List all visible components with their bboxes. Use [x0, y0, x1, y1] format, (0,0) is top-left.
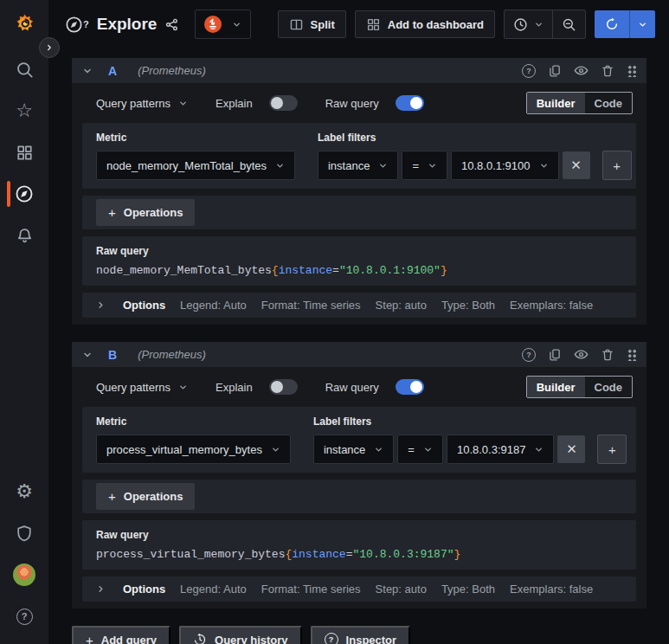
sidebar-item-help[interactable] [0, 596, 48, 637]
chevron-down-icon [271, 445, 280, 454]
inspector-button[interactable]: Inspector [311, 626, 411, 644]
query-history-button[interactable]: Query history [179, 626, 302, 644]
metric-field: Metric process_virtual_memory_bytes [96, 415, 291, 464]
raw-query-card: Raw query process_virtual_memory_bytes{i… [82, 520, 636, 570]
filter-operator-value: = [408, 443, 415, 456]
filter-operator-select[interactable]: = [402, 151, 447, 180]
explain-toggle[interactable] [269, 95, 298, 111]
raw-query-code: process_virtual_memory_bytes{instance="1… [96, 548, 622, 561]
explain-toggle[interactable] [269, 379, 298, 395]
editor-mode-switch: Builder Code [526, 92, 633, 114]
filter-key-value: instance [328, 159, 370, 172]
metric-select[interactable]: process_virtual_memory_bytes [96, 435, 291, 464]
split-label: Split [311, 18, 335, 31]
options-type: Type: Both [441, 583, 495, 596]
filter-operator-value: = [412, 159, 419, 172]
plus-icon: + [86, 633, 93, 644]
remove-filter-button[interactable]: ✕ [557, 435, 585, 463]
sidebar-item-profile[interactable] [0, 554, 48, 596]
query-help-icon[interactable] [522, 348, 536, 362]
filter-value-text: 10.8.0.3:9187 [457, 443, 526, 456]
collapse-chevron-icon[interactable] [82, 350, 93, 360]
code-value: "10.8.0.3:9187" [352, 548, 454, 561]
sync-icon [605, 17, 619, 31]
remove-query-trash-icon[interactable] [601, 348, 614, 362]
raw-query-code: node_memory_MemTotal_bytes{instance="10.… [96, 264, 622, 277]
filter-value-select[interactable]: 10.8.0.1:9100 [451, 151, 559, 180]
filter-value-select[interactable]: 10.8.0.3:9187 [447, 435, 555, 464]
builder-mode-tab[interactable]: Builder [527, 377, 585, 397]
chevron-down-icon [178, 99, 188, 108]
metric-labels-card: Metric process_virtual_memory_bytes Labe… [82, 407, 636, 473]
dashboards-grid-icon [16, 144, 34, 162]
sidebar-item-server-admin[interactable] [0, 512, 48, 554]
sidebar-item-dashboards[interactable] [0, 132, 48, 173]
options-title: Options [123, 299, 165, 312]
chevron-right-icon [96, 584, 106, 594]
add-operations-button[interactable]: + Operations [96, 199, 195, 226]
filter-key-select[interactable]: instance [318, 151, 398, 180]
add-operations-button[interactable]: + Operations [96, 483, 195, 510]
time-range-button[interactable] [505, 10, 552, 38]
query-row-B: B (Prometheus) Query patterns [72, 342, 646, 609]
chevron-down-icon [423, 445, 433, 454]
split-button[interactable]: Split [278, 10, 346, 38]
collapse-chevron-icon[interactable] [82, 66, 93, 76]
drag-handle-icon[interactable] [627, 64, 636, 77]
raw-query-toggle[interactable] [396, 95, 424, 111]
add-to-dashboard-button[interactable]: Add to dashboard [355, 10, 495, 38]
disable-query-eye-icon[interactable] [574, 347, 589, 362]
code-mode-tab[interactable]: Code [585, 377, 633, 397]
grafana-explore-app: ☆ ⚙ Expl [0, 0, 669, 644]
filter-operator-select[interactable]: = [397, 435, 443, 464]
query-row-header[interactable]: A (Prometheus) [72, 58, 646, 83]
query-patterns-label: Query patterns [96, 97, 170, 110]
query-row-header[interactable]: B (Prometheus) [72, 342, 646, 367]
query-help-icon[interactable] [522, 64, 536, 78]
code-label-name: instance [292, 548, 345, 561]
raw-query-toggle[interactable] [396, 379, 424, 395]
query-history-label: Query history [215, 634, 288, 644]
options-step: Step: auto [376, 299, 427, 312]
duplicate-query-icon[interactable] [548, 64, 562, 78]
grafana-logo-icon[interactable] [13, 13, 36, 40]
options-legend: Legend: Auto [180, 583, 247, 596]
datasource-picker[interactable] [195, 10, 251, 39]
topbar: Explore Split Add to dashboard [48, 0, 669, 48]
zoom-out-button[interactable] [552, 10, 585, 38]
code-label-name: instance [279, 264, 332, 277]
add-filter-button[interactable]: + [602, 151, 632, 180]
duplicate-query-icon[interactable] [548, 348, 562, 362]
sidebar-item-starred[interactable]: ☆ [0, 90, 48, 132]
split-icon [289, 17, 304, 32]
add-query-button[interactable]: + Add query [72, 626, 170, 644]
refresh-interval-dropdown[interactable] [629, 10, 655, 38]
drag-handle-icon[interactable] [627, 348, 636, 361]
sidebar-item-configuration[interactable]: ⚙ [0, 471, 48, 512]
query-patterns-dropdown[interactable]: Query patterns [96, 97, 188, 110]
remove-query-trash-icon[interactable] [601, 64, 614, 78]
inspector-label: Inspector [346, 634, 397, 644]
chevron-down-icon [638, 20, 647, 29]
sidebar-expand-button[interactable] [39, 37, 60, 58]
add-filter-button[interactable]: + [597, 435, 627, 464]
options-row[interactable]: Options Legend: Auto Format: Time series… [82, 576, 636, 602]
explain-label: Explain [215, 381, 253, 394]
share-icon[interactable] [164, 17, 179, 32]
metric-field-label: Metric [96, 415, 291, 428]
disable-query-eye-icon[interactable] [574, 63, 589, 78]
builder-mode-tab[interactable]: Builder [527, 93, 585, 113]
run-query-button[interactable] [595, 10, 629, 38]
options-row[interactable]: Options Legend: Auto Format: Time series… [82, 293, 636, 318]
sidebar-item-alerting[interactable] [0, 215, 48, 256]
chevron-right-icon [96, 300, 106, 310]
prometheus-logo-icon [204, 16, 222, 33]
filter-key-value: instance [324, 443, 365, 456]
label-filters-label: Label filters [313, 415, 627, 428]
code-mode-tab[interactable]: Code [585, 93, 633, 113]
remove-filter-button[interactable]: ✕ [563, 151, 590, 179]
metric-select[interactable]: node_memory_MemTotal_bytes [96, 151, 295, 180]
sidebar-item-explore[interactable] [0, 173, 48, 215]
query-patterns-dropdown[interactable]: Query patterns [96, 381, 188, 394]
filter-key-select[interactable]: instance [313, 435, 394, 464]
